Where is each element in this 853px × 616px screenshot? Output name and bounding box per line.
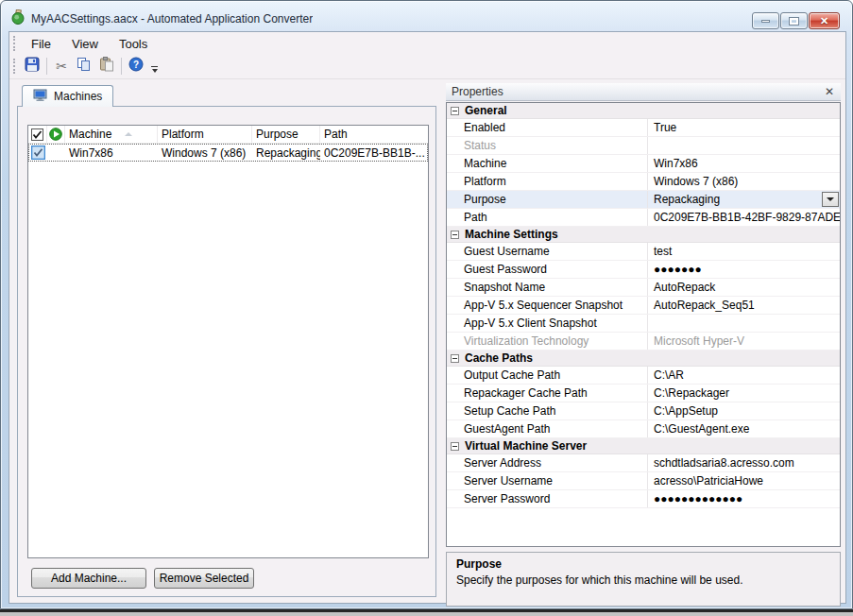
property-row[interactable]: Server Usernameacresso\PatriciaHowe <box>447 472 840 490</box>
property-row[interactable]: Setup Cache PathC:\AppSetup <box>447 402 840 420</box>
menu-tools[interactable]: Tools <box>109 35 158 53</box>
minimize-icon <box>761 20 770 23</box>
property-value[interactable]: C:\GuestAgent.exe <box>647 420 840 437</box>
property-value[interactable]: acresso\PatriciaHowe <box>647 472 840 489</box>
toolbar-overflow-button[interactable] <box>151 66 158 73</box>
row-checkbox[interactable] <box>28 144 47 162</box>
property-row[interactable]: PurposeRepackaging <box>447 191 840 209</box>
collapse-icon[interactable] <box>451 107 459 115</box>
section-header-cache-paths[interactable]: Cache Paths <box>447 351 840 367</box>
section-header-virtual-machine-server[interactable]: Virtual Machine Server <box>447 438 840 454</box>
property-value[interactable]: 0C209E7B-BB1B-42BF-9829-87ADED2E8 <box>647 209 840 226</box>
help-icon: ? <box>128 57 144 76</box>
section-header-machine-settings[interactable]: Machine Settings <box>447 227 840 243</box>
status-column-icon <box>47 126 65 143</box>
property-label: Virtualization Technology <box>447 333 647 350</box>
column-header-platform[interactable]: Platform <box>158 126 252 143</box>
copy-button[interactable] <box>73 56 95 77</box>
window-title: MyAACSettings.aacx - Automated Applicati… <box>31 12 313 26</box>
client-area: FileViewTools ✂? Machines MachinePlatfor… <box>9 31 846 604</box>
close-button[interactable]: ✕ <box>809 12 840 29</box>
property-value[interactable]: Repackaging <box>647 191 840 208</box>
machines-list: MachinePlatformPurposePathWin7x86Windows… <box>27 125 429 558</box>
menu-bar: FileViewTools <box>9 33 845 54</box>
properties-close-button[interactable]: ✕ <box>823 86 836 97</box>
collapse-icon[interactable] <box>451 442 459 451</box>
column-header-path[interactable]: Path <box>320 126 428 143</box>
property-value[interactable]: ●●●●●●● <box>647 261 840 278</box>
cell-path: 0C209E7B-BB1B-... <box>320 144 428 162</box>
property-label: Machine <box>447 155 647 172</box>
section-title: Virtual Machine Server <box>465 439 587 453</box>
help-button[interactable]: ? <box>125 56 147 77</box>
save-icon <box>25 57 40 76</box>
property-label: GuestAgent Path <box>447 420 647 437</box>
property-row[interactable]: Guest Usernametest <box>447 243 840 261</box>
properties-title: Properties <box>452 85 503 98</box>
property-value[interactable] <box>647 315 840 332</box>
property-row[interactable]: Server Addressschdtladsaria8.acresso.com <box>447 454 840 472</box>
property-row[interactable]: App-V 5.x Client Snapshot <box>447 315 840 333</box>
minimize-button[interactable] <box>752 12 779 29</box>
property-value[interactable]: AutoRepack_Seq51 <box>647 297 840 314</box>
paste-icon <box>99 57 114 76</box>
property-row[interactable]: MachineWin7x86 <box>447 155 840 173</box>
property-row[interactable]: Virtualization TechnologyMicrosoft Hyper… <box>447 333 840 351</box>
cell-machine: Win7x86 <box>65 144 158 162</box>
title-bar: MyAACSettings.aacx - Automated Applicati… <box>10 9 710 28</box>
save-button[interactable] <box>21 56 43 77</box>
property-row[interactable]: Snapshot NameAutoRepack <box>447 279 840 297</box>
property-value[interactable]: C:\Repackager <box>647 385 840 402</box>
table-row[interactable]: Win7x86Windows 7 (x86)Repackaging0C209E7… <box>28 144 428 162</box>
property-value[interactable]: Microsoft Hyper-V <box>647 333 840 350</box>
property-row[interactable]: Server Password●●●●●●●●●●●●● <box>447 490 840 508</box>
paste-button[interactable] <box>95 56 118 77</box>
property-value[interactable] <box>647 137 840 154</box>
dropdown-button[interactable] <box>822 192 839 207</box>
property-row[interactable]: Status <box>447 137 840 155</box>
collapse-icon[interactable] <box>451 354 459 363</box>
property-row[interactable]: GuestAgent PathC:\GuestAgent.exe <box>447 420 840 438</box>
collapse-icon[interactable] <box>451 231 459 239</box>
cell-purpose: Repackaging <box>252 144 320 162</box>
property-label: Server Password <box>447 490 647 507</box>
select-all-checkbox[interactable] <box>28 126 47 143</box>
section-title: Cache Paths <box>465 351 533 365</box>
add-machine-button[interactable]: Add Machine... <box>31 568 146 589</box>
property-row[interactable]: Guest Password●●●●●●● <box>447 261 840 279</box>
tab-machines[interactable]: Machines <box>22 85 113 107</box>
cell-platform: Windows 7 (x86) <box>158 144 252 162</box>
property-row[interactable]: Output Cache PathC:\AR <box>447 367 840 385</box>
property-row[interactable]: Path0C209E7B-BB1B-42BF-9829-87ADED2E8 <box>447 209 840 227</box>
property-value[interactable]: ●●●●●●●●●●●●● <box>647 490 840 507</box>
property-value[interactable]: True <box>647 119 840 136</box>
column-header-purpose[interactable]: Purpose <box>252 126 320 143</box>
property-value[interactable]: C:\AR <box>647 367 840 384</box>
section-header-general[interactable]: General <box>447 103 840 119</box>
property-label: Path <box>447 209 647 226</box>
property-label: Enabled <box>447 119 647 136</box>
maximize-button[interactable] <box>780 12 808 29</box>
cut-button[interactable]: ✂ <box>50 56 73 77</box>
sort-ascending-icon <box>125 132 132 136</box>
toolbar: ✂? <box>9 54 845 79</box>
chevron-down-icon <box>152 69 158 73</box>
section-title: Machine Settings <box>465 228 558 241</box>
property-value[interactable]: Win7x86 <box>647 155 840 172</box>
monitor-icon <box>33 89 48 105</box>
menu-file[interactable]: File <box>21 35 61 53</box>
remove-selected-button[interactable]: Remove Selected <box>154 568 254 589</box>
column-header-machine[interactable]: Machine <box>65 126 158 143</box>
property-value[interactable]: AutoRepack <box>647 279 840 296</box>
property-value[interactable]: schdtladsaria8.acresso.com <box>647 454 840 471</box>
property-value[interactable]: test <box>647 243 840 260</box>
property-description-pane: Purpose Specify the purposes for which t… <box>446 552 841 607</box>
property-row[interactable]: Repackager Cache PathC:\Repackager <box>447 385 840 402</box>
properties-panel: Properties ✕ GeneralEnabledTrueStatusMac… <box>446 83 841 607</box>
property-row[interactable]: EnabledTrue <box>447 119 840 137</box>
property-row[interactable]: PlatformWindows 7 (x86) <box>447 173 840 191</box>
property-value[interactable]: C:\AppSetup <box>647 402 840 419</box>
property-value[interactable]: Windows 7 (x86) <box>647 173 840 190</box>
property-row[interactable]: App-V 5.x Sequencer SnapshotAutoRepack_S… <box>447 297 840 315</box>
menu-view[interactable]: View <box>61 35 109 53</box>
